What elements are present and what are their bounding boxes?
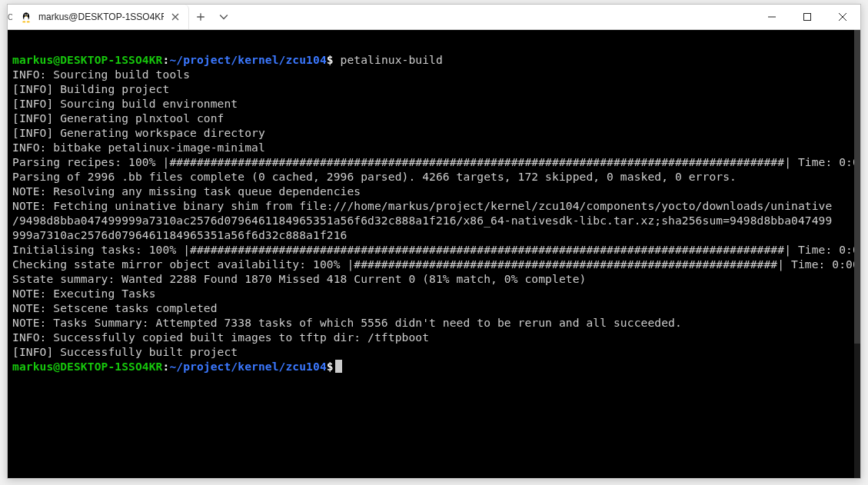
output-line: INFO: bitbake petalinux-image-minimal (12, 141, 265, 154)
terminal-window: C markus@DESKTOP-1SSO4KR: ~. (7, 4, 861, 479)
terminal-content[interactable]: markus@DESKTOP-1SSO4KR:~/project/kernel/… (8, 30, 860, 478)
tab-active[interactable]: markus@DESKTOP-1SSO4KR: ~. (12, 5, 189, 29)
output-line: NOTE: Tasks Summary: Attempted 7338 task… (12, 316, 682, 329)
output-line: [INFO] Building project (12, 82, 169, 95)
output-line: NOTE: Resolving any missing task queue d… (12, 184, 361, 198)
output-line: NOTE: Setscene tasks completed (12, 301, 218, 314)
output-line: [INFO] Sourcing build environment (12, 97, 238, 110)
output-line: NOTE: Fetching uninative binary shim fro… (12, 199, 832, 212)
tab-close-button[interactable] (170, 12, 181, 22)
prompt2-user-host: markus@DESKTOP-1SSO4KR (12, 360, 163, 373)
maximize-button[interactable] (790, 5, 825, 29)
output-line: Parsing of 2996 .bb files complete (0 ca… (12, 170, 737, 183)
close-button[interactable] (825, 5, 860, 29)
output-line: Checking sstate mirror object availabili… (12, 257, 860, 271)
titlebar-drag-area[interactable] (235, 5, 754, 29)
prompt-path: ~/project/kernel/zcu104 (169, 53, 326, 66)
output-line: /9498d8bba047499999a7310ac2576d079646118… (12, 214, 832, 227)
svg-point-5 (27, 15, 28, 15)
prompt2-path: ~/project/kernel/zcu104 (169, 360, 326, 373)
output-line: Parsing recipes: 100% |#################… (12, 155, 860, 168)
svg-point-4 (25, 15, 25, 15)
svg-point-8 (27, 21, 30, 22)
command-text: petalinux-build (334, 53, 443, 66)
new-tab-button[interactable] (189, 5, 212, 29)
output-line: INFO: Successfully copied built images t… (12, 331, 429, 344)
minimize-button[interactable] (754, 5, 790, 29)
output-line: Sstate summary: Wanted 2288 Found 1870 M… (12, 272, 586, 285)
svg-point-6 (25, 15, 27, 16)
output-line: [INFO] Successfully built project (12, 345, 238, 358)
svg-rect-9 (804, 14, 811, 21)
cursor (335, 360, 342, 373)
output-line: Initialising tasks: 100% |##############… (12, 243, 860, 256)
tux-penguin-icon (20, 11, 32, 23)
output-line: INFO: Sourcing build tools (12, 68, 190, 81)
scrollbar-thumb[interactable] (854, 30, 860, 344)
svg-point-7 (22, 21, 25, 22)
prompt-dollar: $ (327, 53, 334, 66)
tab-dropdown-button[interactable] (212, 5, 235, 29)
prompt2-dollar: $ (327, 360, 334, 373)
output-line: 999a7310ac2576d0796461184965351a56f6d32c… (12, 228, 347, 241)
prompt-user-host: markus@DESKTOP-1SSO4KR (12, 53, 163, 66)
titlebar: C markus@DESKTOP-1SSO4KR: ~. (8, 5, 860, 30)
output-line: [INFO] Generating plnxtool conf (12, 111, 224, 125)
output-line: [INFO] Generating workspace directory (12, 126, 265, 139)
output-line: NOTE: Executing Tasks (12, 287, 156, 300)
scrollbar[interactable] (854, 30, 860, 478)
tab-title: markus@DESKTOP-1SSO4KR: ~. (38, 12, 164, 22)
